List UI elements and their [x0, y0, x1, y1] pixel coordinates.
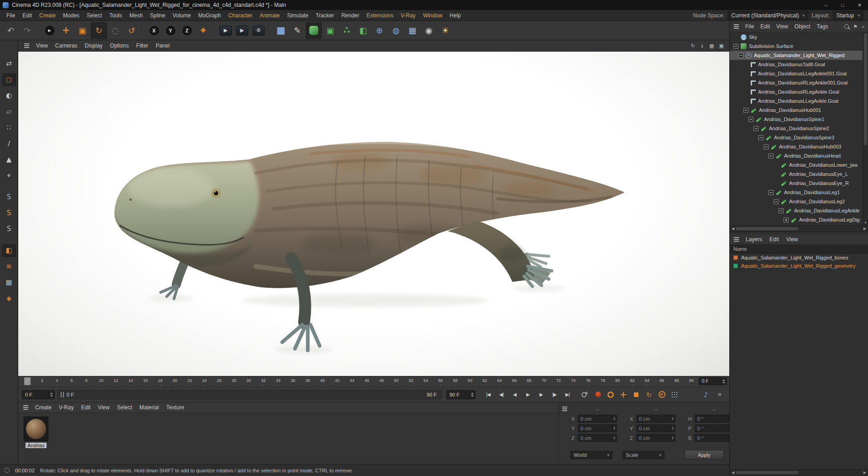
scroll-right-icon[interactable]: ▶ [862, 227, 868, 231]
menu-edit[interactable]: Edit [19, 12, 36, 19]
camera-object-button[interactable]: ◉ [421, 22, 437, 39]
boolean-object-button[interactable]: ◧ [355, 22, 371, 39]
object-manager-menu-view[interactable]: View [773, 23, 791, 30]
lock-y-axis-button[interactable]: Y [162, 22, 178, 39]
range-end-field[interactable]: 90 F [446, 390, 476, 399]
tree-horizontal-scrollbar[interactable]: ◀ ▶ [730, 225, 868, 232]
enable-axis-button[interactable]: ⌖ [2, 169, 16, 182]
panel-menu-icon[interactable] [23, 407, 28, 408]
maximize-button[interactable]: □ [834, 0, 851, 10]
layout-select[interactable]: Startup ▾ [833, 11, 863, 20]
record-rotation-button[interactable] [643, 390, 655, 400]
viewport-menu-options[interactable]: Options [106, 42, 132, 49]
play-forwards-button[interactable]: ▶ [522, 390, 534, 400]
viewport-maximize-icon[interactable]: ▣ [719, 43, 724, 49]
current-frame-field[interactable]: 0 F [22, 390, 55, 399]
layers-tab-view[interactable]: View [783, 236, 802, 243]
viewport-menu-cameras[interactable]: Cameras [52, 42, 81, 49]
viewport-solo-button[interactable]: S [2, 191, 16, 203]
layers-horizontal-scrollbar[interactable]: ◀ ▶ [730, 469, 868, 476]
viewport-pin-icon[interactable]: ↓ [700, 43, 704, 49]
close-button[interactable]: ✕ [851, 0, 868, 10]
spinner-arrows[interactable] [721, 378, 727, 385]
goto-next-frame-button[interactable]: ▶ [535, 390, 547, 400]
object-manager-menu-file[interactable]: File [742, 23, 757, 30]
expand-toggle-icon[interactable] [748, 117, 753, 122]
panel-menu-icon[interactable] [734, 26, 739, 27]
scroll-left-icon[interactable]: ◀ [730, 471, 736, 475]
layer-item[interactable]: Aquatic_Salamander_Light_Wet_Rigged_geom… [730, 262, 868, 270]
redo-button[interactable]: ↷ [19, 22, 35, 39]
timeline-scrub-handle[interactable] [24, 377, 31, 385]
make-editable-button[interactable]: ⇄ [2, 58, 16, 70]
field-object-button[interactable]: ◍ [388, 22, 404, 39]
deformer-object-button[interactable]: ▦ [404, 22, 420, 39]
scrollbar-thumb[interactable] [864, 33, 867, 145]
expand-toggle-icon[interactable] [774, 199, 779, 204]
search-icon[interactable] [844, 24, 849, 29]
expand-toggle-icon[interactable] [758, 135, 763, 140]
tree-item[interactable]: Andrias_DavidianusHead [730, 151, 868, 160]
pen-tool-button[interactable]: ✎ [289, 22, 305, 39]
expand-toggle-icon[interactable] [763, 144, 769, 149]
record-position-button[interactable] [617, 390, 629, 400]
coords-value-field[interactable]: 0 ° [695, 415, 734, 423]
animation-layers-button[interactable] [714, 390, 726, 400]
coords-value-field[interactable]: 0 cm [636, 434, 675, 442]
lock-x-axis-button[interactable]: X [146, 22, 162, 39]
expand-toggle-icon[interactable] [733, 44, 738, 49]
add-cube-object-button[interactable]: ■ [273, 22, 289, 39]
scrollbar-thumb[interactable] [736, 227, 798, 230]
timeline-ruler[interactable]: 0 F 024681012141618202224262830323436384… [18, 376, 729, 387]
coords-value-field[interactable]: 0 cm [578, 415, 617, 423]
menu-tracker[interactable]: Tracker [312, 12, 338, 19]
scale-tool[interactable]: ▣ [74, 22, 90, 39]
coordinate-system-button[interactable]: ⌖ [195, 22, 211, 39]
cloner-object-button[interactable]: ∴ [339, 22, 355, 39]
snap-toggle-button[interactable]: S [2, 207, 16, 219]
object-manager-menu-object[interactable]: Object [791, 23, 814, 30]
tree-item[interactable]: Aquatic_Salamander_Light_Wet_Rigged [730, 51, 868, 60]
tree-item[interactable]: Andrias_DavidianusLLegAnkle001.Goal [730, 69, 868, 78]
material-item[interactable]: Andrias [23, 417, 49, 448]
viewport-split-icon[interactable]: ▦ [709, 43, 714, 49]
menu-v-ray[interactable]: V-Ray [397, 12, 419, 19]
viewport-menu-view[interactable]: View [32, 42, 52, 49]
spline-mask-button[interactable]: ⊕ [371, 22, 387, 39]
texture-mode-button[interactable]: ◐ [2, 90, 16, 102]
menu-spline[interactable]: Spline [146, 12, 169, 19]
bookmark-icon[interactable]: ⚑ [853, 24, 858, 30]
lock-workplane-button[interactable]: ▦ [2, 276, 16, 289]
object-manager-menu-tags[interactable]: Tags [814, 23, 831, 30]
spinner-arrows[interactable] [670, 425, 675, 432]
lock-z-axis-button[interactable]: Z [179, 22, 195, 39]
render-view-button[interactable]: ▶ [218, 22, 234, 39]
tree-item[interactable]: Andrias_DavidianusSpine3 [730, 133, 868, 142]
scrollbar-thumb[interactable] [736, 471, 798, 474]
quantize-button[interactable]: S [2, 223, 16, 235]
polygons-mode-button[interactable]: ▲ [2, 153, 16, 166]
material-menu-edit[interactable]: Edit [78, 404, 94, 411]
viewport-menu-display[interactable]: Display [81, 42, 106, 49]
layer-color-swatch[interactable] [733, 264, 738, 268]
tree-item[interactable]: Andrias_DavidianusRLegAnkle001.Goal [730, 78, 868, 87]
tree-item[interactable]: Andrias_DavidianusSpine2 [730, 124, 868, 133]
expand-toggle-icon[interactable] [743, 108, 748, 113]
tree-item[interactable]: Andrias_DavidianusSpine1 [730, 115, 868, 124]
scroll-left-icon[interactable]: ◀ [730, 227, 736, 231]
expand-toggle-icon[interactable] [784, 217, 789, 222]
panel-overflow-icon[interactable]: » [862, 24, 865, 30]
expand-toggle-icon[interactable] [738, 53, 743, 58]
tree-item[interactable]: Andrias_DavidianusLeg2 [730, 197, 868, 206]
move-tool[interactable]: + [58, 22, 74, 39]
preview-range-slider[interactable]: 0 F 90 F [58, 390, 442, 399]
panel-menu-icon[interactable] [734, 239, 739, 240]
render-picture-viewer-button[interactable]: ▶ [234, 22, 250, 39]
recent-tools-button[interactable]: ↺ [124, 22, 140, 39]
menu-render[interactable]: Render [338, 12, 363, 19]
menu-file[interactable]: File [3, 12, 19, 19]
tree-item[interactable]: Andrias_DavidianusHub003 [730, 142, 868, 151]
scroll-right-icon[interactable]: ▶ [862, 471, 868, 475]
viewport-menu-panel[interactable]: Panel [152, 42, 173, 49]
menu-character[interactable]: Character [225, 12, 256, 19]
